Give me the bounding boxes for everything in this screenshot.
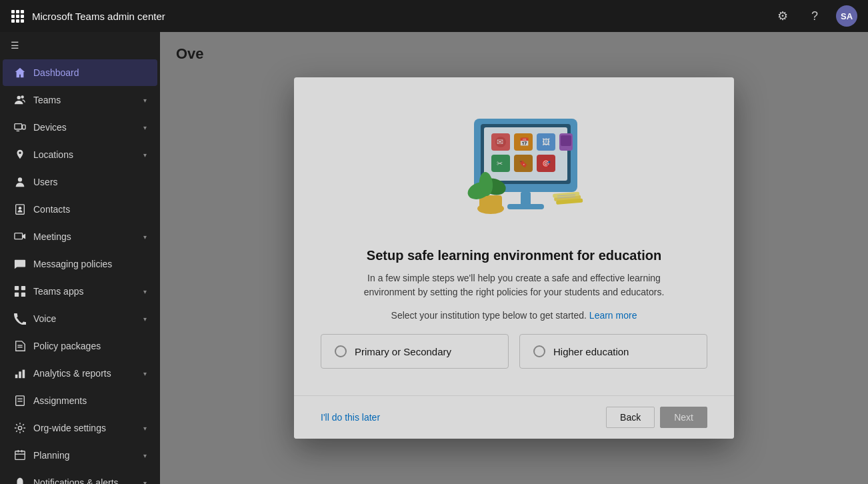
svg-point-9 [17,96,21,99]
svg-rect-19 [21,286,25,290]
sidebar-label-assignments: Assignments [33,395,147,406]
sidebar-item-planning[interactable]: Planning ▾ [3,442,157,469]
policy-icon [13,339,27,353]
modal-footer-right: Back Next [606,407,707,428]
sidebar-item-devices[interactable]: Devices ▾ [3,114,157,141]
sidebar-label-notifications: Notifications & alerts [33,477,137,484]
chevron-down-icon: ▾ [143,288,147,295]
svg-text:📅: 📅 [519,137,529,147]
devices-icon [13,121,27,134]
messaging-icon [13,257,27,271]
settings-icon[interactable]: ⚙ [772,5,793,27]
svg-rect-5 [21,15,24,18]
back-button[interactable]: Back [606,407,655,428]
apps-icon [13,285,27,298]
sidebar-label-policy: Policy packages [33,341,147,351]
users-icon [13,175,27,189]
option-primary-secondary[interactable]: Primary or Secondary [321,334,509,369]
svg-rect-7 [16,19,19,23]
teams-icon [13,93,27,107]
chevron-down-icon: ▾ [143,370,147,377]
sidebar-item-assignments[interactable]: Assignments [3,387,157,414]
contacts-icon [13,203,27,216]
chevron-down-icon: ▾ [143,124,147,131]
learn-more-link[interactable]: Learn more [589,310,637,321]
skip-button[interactable]: I'll do this later [321,408,380,427]
sidebar: ☰ Dashboard Teams ▾ [0,32,160,484]
sidebar-label-messaging: Messaging policies [33,259,147,269]
meetings-icon [13,230,27,243]
modal-title: Setup safe learning environment for educ… [367,248,661,263]
option-higher-education[interactable]: Higher education [519,334,707,369]
svg-rect-48 [561,135,571,146]
sidebar-item-teams-apps[interactable]: Teams apps ▾ [3,278,157,305]
svg-rect-11 [15,124,22,129]
chevron-down-icon: ▾ [143,452,147,459]
svg-text:🎯: 🎯 [541,159,551,168]
avatar[interactable]: SA [836,5,857,27]
sidebar-item-messaging[interactable]: Messaging policies [3,251,157,277]
svg-text:🖼: 🖼 [542,137,550,147]
chevron-down-icon: ▾ [143,97,147,104]
location-icon [13,148,27,161]
sidebar-item-meetings[interactable]: Meetings ▾ [3,223,157,250]
option-primary-label: Primary or Secondary [355,346,451,357]
sidebar-label-devices: Devices [33,122,137,133]
svg-rect-25 [19,371,21,378]
svg-rect-21 [21,293,25,297]
sidebar-label-users: Users [33,177,147,187]
radio-primary [335,345,347,357]
sidebar-label-teams-apps: Teams apps [33,286,137,297]
main-layout: ☰ Dashboard Teams ▾ [0,32,868,484]
content-area: Ove [160,32,868,484]
org-icon [13,421,27,435]
institution-options: Primary or Secondary Higher education [321,334,707,369]
chevron-down-icon: ▾ [143,233,147,241]
svg-rect-27 [16,396,25,405]
sidebar-item-contacts[interactable]: Contacts [3,196,157,223]
sidebar-item-teams[interactable]: Teams ▾ [3,87,157,113]
sidebar-item-analytics[interactable]: Analytics & reports ▾ [3,360,157,387]
sidebar-label-voice: Voice [33,313,137,324]
sidebar-label-locations: Locations [33,149,137,160]
svg-text:✉: ✉ [497,137,503,147]
sidebar-item-org-settings[interactable]: Org-wide settings ▾ [3,415,157,441]
sidebar-item-voice[interactable]: Voice ▾ [3,305,157,332]
sidebar-item-users[interactable]: Users [3,169,157,195]
svg-rect-1 [16,10,19,13]
sidebar-item-notifications[interactable]: Notifications & alerts ▾ [3,469,157,484]
svg-point-14 [18,177,22,181]
svg-rect-8 [21,19,24,23]
modal-footer-left: I'll do this later [321,408,606,427]
chevron-down-icon: ▾ [143,479,147,485]
svg-rect-3 [11,15,15,18]
svg-rect-12 [23,125,26,129]
assignments-icon [13,394,27,407]
svg-rect-18 [15,286,19,290]
svg-point-10 [21,95,23,99]
analytics-icon [13,367,27,380]
app-grid-icon[interactable] [11,9,24,23]
chevron-down-icon: ▾ [143,151,147,159]
hamburger-icon[interactable]: ☰ [0,32,160,59]
sidebar-item-locations[interactable]: Locations ▾ [3,141,157,168]
svg-text:🔖: 🔖 [519,159,528,168]
sidebar-label-contacts: Contacts [33,204,147,215]
modal-body: ✉ 📅 🖼 ✂ 🔖 🎯 [294,77,734,395]
next-button[interactable]: Next [660,407,707,428]
home-icon [13,66,27,79]
radio-higher [533,345,545,357]
svg-rect-56 [507,204,544,209]
modal-dialog: ✉ 📅 🖼 ✂ 🔖 🎯 [294,77,734,439]
notifications-icon [13,476,27,484]
sidebar-item-policy[interactable]: Policy packages [3,333,157,359]
svg-rect-2 [21,10,24,13]
svg-point-30 [18,426,21,429]
sidebar-item-dashboard[interactable]: Dashboard [3,59,157,86]
help-icon[interactable]: ? [804,5,825,27]
sidebar-label-org-settings: Org-wide settings [33,423,137,433]
modal-description: In a few simple steps we'll help you cre… [341,271,687,299]
svg-rect-4 [16,15,19,18]
svg-rect-17 [15,233,23,239]
chevron-down-icon: ▾ [143,315,147,323]
